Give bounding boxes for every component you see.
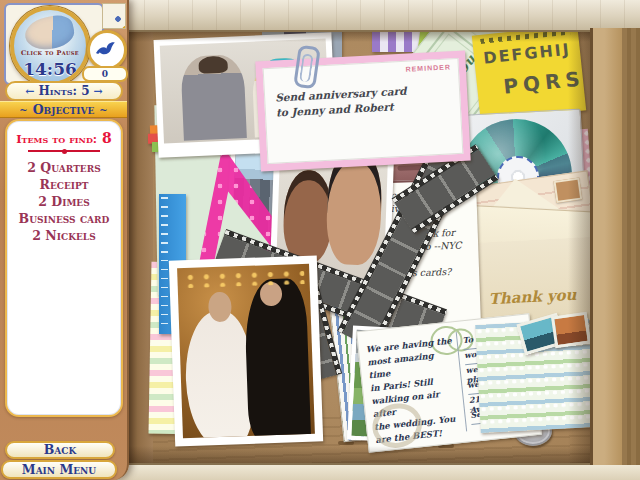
pause-label: Click to Pause [14,49,86,57]
items-header: Items to find:8 [7,130,121,146]
stencil-row-1: DEFGHIJ [473,39,580,69]
item-to-find: Business card [7,210,121,227]
main-menu-button[interactable]: Main Menu [1,460,117,479]
groom-figure [244,277,312,438]
hint-arrow-left-icon[interactable]: ← [25,85,34,98]
drawer-right-shadow [568,30,592,463]
cabinet-side [622,28,640,465]
item-to-find: Receipt [7,176,121,193]
bride-figure [184,310,255,438]
items-divider [28,150,100,152]
cherub-art [22,12,76,53]
items-panel: Items to find:8 2 Quarters Receipt 2 Dim… [5,119,123,417]
woman-face [283,169,334,264]
drawer-bottom-shadow [125,446,640,463]
hints-bar[interactable]: ← Hints: 5 → [5,81,123,101]
reminder-title: REMINDER [405,63,451,72]
drawer-right-wall [590,28,622,465]
reminder-note-paper: REMINDER Send anniversary card to Jenny … [263,58,464,164]
hint-arrow-right-icon[interactable]: → [94,85,103,98]
sidebar: Click to Pause 14:56 0 ← Hints: 5 → ~ Ob… [0,0,129,480]
wedding-photo[interactable] [169,255,323,446]
objective-banner: ~ Objective ~ [0,101,127,118]
wedding-photo-image [177,264,315,439]
hint-bird-button[interactable] [87,30,127,70]
objective-label: Objective [33,102,95,117]
hints-label: Hints: 5 [38,84,89,98]
reminder-note[interactable]: REMINDER Send anniversary card to Jenny … [255,51,470,172]
items-count: 8 [102,130,112,146]
ornament-tiles [102,3,126,29]
back-button[interactable]: Back [5,441,115,459]
item-to-find: 2 Dimes [7,193,121,210]
item-to-find: 2 Quarters [7,159,121,176]
flourish-left-icon: ~ [19,104,27,115]
timer-value: 14:56 [14,59,86,79]
reminder-text: Send anniversary card to Jenny and Rober… [275,84,408,121]
man-figure [180,54,247,141]
pause-clock-button[interactable]: Click to Pause 14:56 [10,6,90,86]
flourish-right-icon: ~ [99,104,107,115]
item-to-find: 2 Nickels [7,227,121,244]
bird-counter: 0 [82,66,128,82]
items-header-label: Items to find: [16,132,97,146]
